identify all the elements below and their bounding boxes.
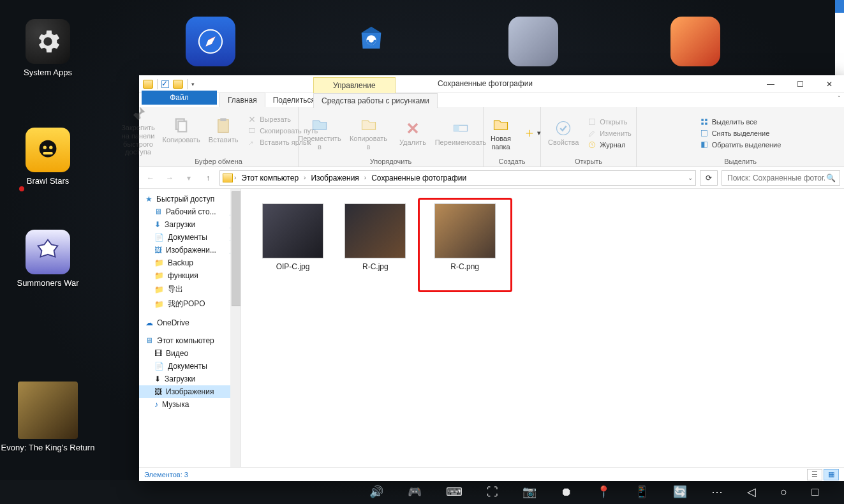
open-button[interactable]: Открыть [588, 117, 627, 126]
folder-icon[interactable] [173, 80, 183, 89]
chevron-right-icon[interactable]: › [304, 174, 306, 181]
desktop-icon-evony[interactable]: Evony: The King's Return [0, 382, 115, 453]
nav-documents[interactable]: 📄Документы📌 [139, 231, 241, 244]
breadcrumb-item[interactable]: Изображения [307, 174, 362, 182]
desktop-icon-summoners-war[interactable]: Summoners War [6, 230, 89, 288]
qat-dropdown[interactable]: ▾ [191, 81, 195, 87]
chevron-down-icon[interactable]: ⌄ [688, 174, 693, 181]
record-icon[interactable]: ⏺ [561, 485, 572, 499]
view-details-button[interactable]: ☰ [807, 469, 822, 480]
back-button[interactable]: ← [143, 170, 158, 186]
collapse-ribbon-button[interactable]: ˇ [838, 96, 840, 103]
nav-music[interactable]: ♪Музыка [139, 398, 241, 411]
tab-file[interactable]: Файл [142, 91, 217, 105]
desktop-icon-system-apps[interactable]: System Apps [6, 19, 89, 78]
invert-selection-button[interactable]: Обратить выделение [700, 140, 781, 149]
more-icon[interactable]: ⋯ [711, 485, 723, 499]
desktop-icon-brawl-stars[interactable]: Brawl Stars [6, 128, 89, 186]
nav-downloads-2[interactable]: ⬇Загрузки [139, 373, 241, 385]
breadcrumb-item[interactable]: Сохраненные фотографии [367, 174, 470, 182]
maximize-button[interactable]: ☐ [785, 75, 815, 93]
scrollbar-thumb[interactable] [232, 191, 241, 306]
keyboard-icon[interactable]: ⌨ [446, 485, 463, 499]
nav-export[interactable]: 📁导出 [139, 282, 241, 297]
button-label: Журнал [600, 141, 625, 149]
view-icons-button[interactable]: ▦ [824, 469, 839, 480]
nav-onedrive[interactable]: ☁OneDrive [139, 316, 241, 329]
chevron-right-icon[interactable]: › [364, 174, 366, 181]
copy-button[interactable]: Копировать [163, 117, 199, 144]
rename-button[interactable]: Переименовать [437, 119, 484, 147]
pin-to-quick-access-button[interactable]: Закрепить на панели быстрого доступа [119, 105, 157, 156]
svg-point-1 [43, 145, 47, 149]
address-bar[interactable]: › Этот компьютер › Изображения › Сохране… [219, 170, 696, 186]
tab-picture-tools[interactable]: Средства работы с рисунками [313, 93, 438, 108]
tab-home[interactable]: Главная [219, 93, 265, 107]
breadcrumb-item[interactable]: Этот компьютер [237, 174, 302, 182]
file-item[interactable]: OIP-C.jpg [255, 204, 330, 271]
select-none-button[interactable]: Снять выделение [700, 129, 770, 138]
fullscreen-icon[interactable]: ⛶ [487, 485, 498, 499]
nav-pictures[interactable]: 🖼Изображени...📌 [139, 244, 241, 256]
new-item-dropdown[interactable]: ▾ [525, 129, 541, 138]
select-all-button[interactable]: Выделить все [700, 117, 757, 126]
home-icon[interactable]: ○ [780, 485, 787, 499]
copy-to-button[interactable]: Копировать в [348, 115, 389, 151]
delete-button[interactable]: Удалить [395, 119, 431, 147]
titlebar[interactable]: ▾ Управление Сохраненные фотографии — ☐ … [139, 75, 844, 93]
document-icon: 📄 [154, 362, 164, 371]
properties-button[interactable]: Свойства [545, 119, 581, 147]
folder-icon[interactable] [143, 80, 153, 89]
desktop-icon-store[interactable] [339, 13, 403, 66]
gear-icon [26, 19, 70, 64]
volume-icon[interactable]: 🔊 [369, 485, 383, 499]
file-item[interactable]: R-C.png [427, 204, 503, 271]
folder-icon: 📁 [154, 300, 164, 309]
nav-quick-access[interactable]: ★Быстрый доступ [139, 193, 241, 205]
navigation-pane[interactable]: ★Быстрый доступ 🖥Рабочий сто...📌 ⬇Загруз… [139, 189, 241, 467]
back-icon[interactable]: ◁ [747, 485, 756, 499]
gamepad-icon[interactable]: 🎮 [408, 485, 422, 499]
close-button[interactable]: ✕ [815, 75, 844, 93]
edit-button[interactable]: Изменить [588, 129, 632, 138]
nav-video[interactable]: 🎞Видео [139, 347, 241, 360]
cut-button[interactable]: Вырезать [248, 115, 291, 124]
status-text: Элементов: 3 [144, 471, 188, 478]
location-icon[interactable]: 📍 [596, 485, 611, 499]
desktop-icon-anime-2[interactable] [663, 17, 727, 70]
nav-documents-2[interactable]: 📄Документы [139, 360, 241, 373]
nav-desktop[interactable]: 🖥Рабочий сто...📌 [139, 205, 241, 218]
invert-icon [700, 140, 709, 149]
desktop-icon-safari[interactable] [179, 17, 242, 70]
nav-popo[interactable]: 📁我的POPO [139, 297, 241, 311]
search-field[interactable] [726, 173, 826, 183]
button-label: Переместить в [297, 135, 342, 151]
nav-pictures-2[interactable]: 🖼Изображения [139, 385, 241, 398]
nav-scrollbar[interactable] [230, 189, 241, 467]
refresh-button[interactable]: ⟳ [700, 170, 718, 186]
new-folder-button[interactable]: Новая папка [483, 115, 519, 151]
nav-func[interactable]: 📁функция [139, 269, 241, 282]
nav-backup[interactable]: 📁Backup [139, 256, 241, 269]
desktop-icon-anime-1[interactable] [501, 17, 565, 70]
shake-icon[interactable]: 📱 [635, 485, 649, 499]
search-input[interactable]: 🔍 [722, 170, 840, 186]
file-item[interactable]: R-C.jpg [337, 204, 413, 271]
minimize-button[interactable]: — [756, 75, 785, 93]
app-tile-icon [670, 17, 720, 66]
move-to-button[interactable]: Переместить в [297, 115, 342, 151]
forward-button[interactable]: → [162, 170, 177, 186]
up-button[interactable]: ↑ [200, 170, 216, 186]
recent-dropdown[interactable]: ▾ [181, 170, 196, 186]
rotate-icon[interactable]: 🔄 [673, 485, 687, 499]
file-view[interactable]: OIP-C.jpg R-C.jpg R-C.png [241, 189, 844, 467]
chevron-right-icon[interactable]: › [234, 174, 236, 181]
recents-icon[interactable]: □ [811, 485, 818, 499]
history-button[interactable]: Журнал [588, 140, 625, 149]
checkbox-icon[interactable] [161, 80, 169, 88]
nav-this-pc[interactable]: 🖥Этот компьютер [139, 334, 241, 347]
nav-downloads[interactable]: ⬇Загрузки📌 [139, 218, 241, 231]
screenshot-icon[interactable]: 📷 [522, 485, 537, 499]
paste-button[interactable]: Вставить [205, 117, 241, 144]
svg-rect-9 [218, 120, 228, 133]
